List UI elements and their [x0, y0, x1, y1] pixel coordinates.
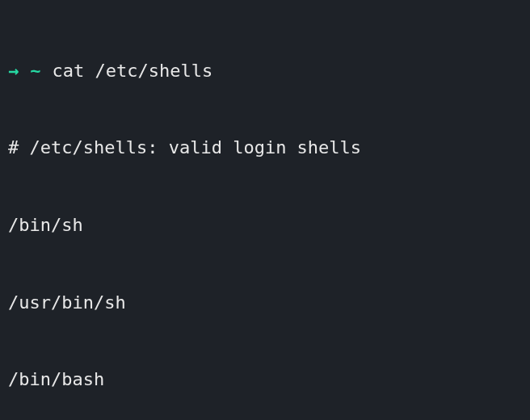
prompt-cwd: ~ — [30, 58, 40, 84]
command-text: cat /etc/shells — [53, 58, 213, 84]
prompt-line-1: → ~ cat /etc/shells — [8, 58, 522, 84]
prompt-arrow-icon: → — [8, 58, 19, 84]
output-line: /usr/bin/sh — [8, 290, 522, 316]
output-line: /bin/bash — [8, 367, 522, 393]
output-line: # /etc/shells: valid login shells — [8, 135, 522, 161]
terminal-window[interactable]: → ~ cat /etc/shells # /etc/shells: valid… — [8, 6, 522, 420]
output-line: /bin/sh — [8, 212, 522, 238]
